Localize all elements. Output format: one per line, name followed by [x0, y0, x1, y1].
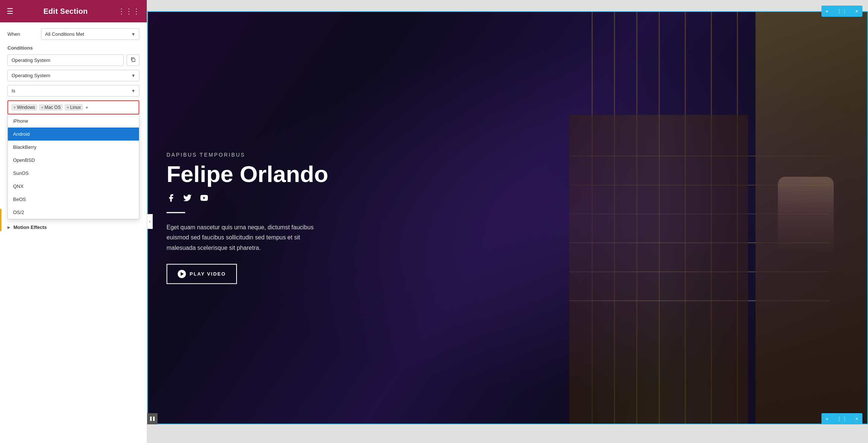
right-panel: DAPIBUS TEMPORIBUS Felipe Orlando Eget q… — [147, 0, 868, 443]
section-close-button-bottom[interactable]: × — [851, 413, 862, 424]
tag-linux-label: Linux — [70, 105, 81, 110]
dropdown-item-blackberry[interactable]: BlackBerry — [8, 141, 139, 154]
section-add-button-top[interactable]: + — [821, 6, 833, 17]
yellow-indicator-bar — [0, 209, 1, 231]
hero-content: DAPIBUS TEMPORIBUS Felipe Orlando Eget q… — [167, 152, 353, 284]
dropdown-item-openbsd[interactable]: OpenBSD — [8, 154, 139, 167]
section-drag-button-top[interactable]: ⋮⋮ — [833, 6, 851, 17]
grid-icon[interactable]: ⋮⋮⋮ — [118, 7, 140, 16]
tag-windows: × Windows — [11, 104, 37, 111]
panel-body: When All Conditions Met ▼ Conditions — [0, 22, 147, 443]
hero-divider — [167, 212, 185, 213]
tag-linux-remove[interactable]: × — [67, 105, 69, 110]
copy-button[interactable] — [127, 54, 139, 66]
tag-add-icon[interactable]: + — [85, 104, 88, 110]
os-input[interactable] — [7, 54, 124, 66]
play-video-button[interactable]: PLAY VIDEO — [167, 264, 237, 284]
play-video-label: PLAY VIDEO — [190, 271, 226, 277]
tag-macos: × Mac OS — [39, 104, 63, 111]
tag-macos-remove[interactable]: × — [41, 105, 43, 110]
when-select[interactable]: All Conditions Met — [41, 28, 139, 40]
play-triangle — [181, 272, 184, 276]
when-label: When — [7, 31, 41, 37]
dropdown-item-os2[interactable]: OS/2 — [8, 206, 139, 219]
dropdown-item-sunos[interactable]: SunOS — [8, 167, 139, 180]
tags-input[interactable] — [91, 105, 102, 110]
hero-description: Eget quam nascetur quis urna neque, dict… — [167, 222, 330, 253]
section-add-button-bottom[interactable]: + — [821, 413, 833, 424]
tags-dropdown-container: × Windows × Mac OS × Linux + iPhone Andr… — [7, 100, 139, 114]
chevron-right-icon: ▶ — [7, 225, 10, 229]
svg-rect-3 — [153, 417, 155, 421]
dropdown-item-beos[interactable]: BeOS — [8, 193, 139, 206]
motion-effects-row[interactable]: ▶ Motion Effects — [7, 219, 139, 230]
os-select[interactable]: Operating System — [7, 70, 139, 81]
panel-title: Edit Section — [43, 7, 88, 16]
svg-rect-2 — [150, 417, 152, 421]
when-select-wrapper: All Conditions Met ▼ — [41, 28, 139, 40]
panel-header: ☰ Edit Section ⋮⋮⋮ — [0, 0, 147, 22]
facebook-icon[interactable] — [167, 194, 175, 205]
motion-effects-label: Motion Effects — [13, 224, 47, 230]
tags-box[interactable]: × Windows × Mac OS × Linux + — [7, 100, 139, 114]
when-row: When All Conditions Met ▼ — [7, 28, 139, 40]
os-select-wrapper: Operating System ▼ — [7, 70, 139, 81]
column-handle[interactable] — [147, 413, 158, 424]
section-toolbar-bottom: + ⋮⋮ × — [821, 413, 862, 424]
dropdown-list: iPhone Android BlackBerry OpenBSD SunOS … — [7, 114, 139, 219]
tag-windows-label: Windows — [17, 105, 35, 110]
dropdown-item-android[interactable]: Android — [8, 128, 139, 141]
hero-social — [167, 194, 353, 205]
left-panel: ☰ Edit Section ⋮⋮⋮ When All Conditions M… — [0, 0, 147, 443]
hero-title: Felipe Orlando — [167, 161, 353, 187]
is-select-wrapper: Is ▼ — [7, 85, 139, 97]
conditions-label: Conditions — [7, 45, 139, 51]
dropdown-item-iphone[interactable]: iPhone — [8, 114, 139, 128]
condition-os-row — [7, 54, 139, 66]
is-select[interactable]: Is — [7, 85, 139, 97]
tag-windows-remove[interactable]: × — [13, 105, 16, 110]
section-toolbar-top: + ⋮⋮ × — [821, 6, 862, 17]
youtube-icon[interactable] — [199, 194, 209, 205]
tag-macos-label: Mac OS — [45, 105, 61, 110]
play-icon — [178, 270, 186, 278]
section-drag-button-bottom[interactable]: ⋮⋮ — [833, 413, 851, 424]
bottom-area — [147, 424, 868, 443]
hamburger-icon[interactable]: ☰ — [7, 7, 13, 16]
twitter-icon[interactable] — [183, 194, 192, 205]
collapse-arrow[interactable]: ‹ — [147, 214, 153, 229]
section-close-button-top[interactable]: × — [851, 6, 862, 17]
hero-subtitle: DAPIBUS TEMPORIBUS — [167, 152, 353, 158]
hero-section: DAPIBUS TEMPORIBUS Felipe Orlando Eget q… — [147, 11, 868, 424]
dropdown-item-qnx[interactable]: QNX — [8, 180, 139, 193]
tag-linux: × Linux — [64, 104, 83, 111]
svg-rect-0 — [132, 59, 135, 62]
